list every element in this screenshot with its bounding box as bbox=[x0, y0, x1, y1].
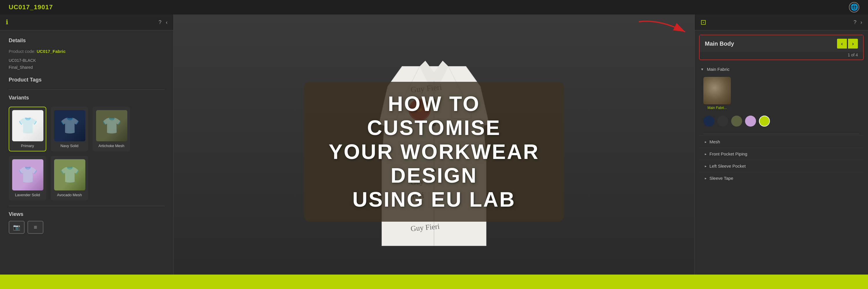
variant-thumb-avocado: 👕 bbox=[54, 159, 85, 190]
collapse-icon[interactable]: ‹ bbox=[166, 20, 167, 26]
nav-prev-btn[interactable]: ‹ bbox=[837, 39, 847, 48]
sub-section-sleeve-tape[interactable]: ▸ Sleeve Tape bbox=[699, 172, 864, 184]
sub-arrow-left-sleeve: ▸ bbox=[705, 164, 707, 168]
main-fabric-group-header[interactable]: ▼ Main Fabric bbox=[699, 65, 864, 74]
left-panel-header-right: ? ‹ bbox=[159, 20, 167, 26]
left-panel-header: ℹ ? ‹ bbox=[0, 14, 173, 30]
fabric-thumb-label: Main Fabri... bbox=[703, 106, 731, 110]
svg-point-2 bbox=[432, 122, 436, 126]
fabric-thumb-row: Main Fabri... bbox=[699, 74, 864, 114]
svg-point-3 bbox=[432, 145, 436, 149]
center-viewer: Guy Fieri Guy Fieri Guy Fieri GF HOW TO … bbox=[174, 14, 694, 289]
sub-arrow-front-pocket: ▸ bbox=[705, 152, 707, 156]
main-fabric-label: Main Fabric bbox=[707, 67, 730, 72]
variant-thumb-primary: 👕 bbox=[12, 110, 43, 141]
swatch-darkgray[interactable] bbox=[717, 116, 728, 127]
variants-label: Variants bbox=[9, 95, 165, 101]
left-panel: ℹ ? ‹ Details Product code: UC017_Fabric… bbox=[0, 14, 174, 289]
variant-name-artichoke: Artichoke Mesh bbox=[96, 144, 127, 148]
right-panel: ⊡ ? › Main Body ‹ › 1 of 4 ▼ Main Fabric bbox=[694, 14, 868, 289]
main-body-section: Main Body ‹ › 1 of 4 bbox=[699, 35, 864, 60]
product-tags-label: Product Tags bbox=[9, 77, 165, 83]
right-panel-header: ⊡ ? › bbox=[695, 14, 868, 30]
product-code-value: UC017_Fabric bbox=[37, 49, 66, 54]
views-buttons: 📷 ≡ bbox=[9, 221, 165, 234]
sub-section-left-sleeve[interactable]: ▸ Left Sleeve Pocket bbox=[699, 160, 864, 172]
fabric-thumbnail[interactable]: Main Fabri... bbox=[703, 77, 731, 110]
right-panel-icon: ⊡ bbox=[701, 18, 706, 26]
variant-navy[interactable]: 👕 Navy Solid bbox=[51, 107, 88, 151]
sub-label-mesh: Mesh bbox=[709, 139, 720, 144]
svg-text:Guy: Guy bbox=[410, 177, 424, 187]
top-bar: UC017_19017 🌐 bbox=[0, 0, 868, 14]
main-body-label: Main Body bbox=[705, 40, 734, 47]
swatch-lavender[interactable] bbox=[745, 116, 756, 127]
swatch-olive[interactable] bbox=[731, 116, 742, 127]
main-body-nav: ‹ › bbox=[837, 39, 858, 48]
sub-label-left-sleeve: Left Sleeve Pocket bbox=[709, 164, 746, 169]
product-code-label: Product code: UC017_Fabric bbox=[9, 49, 165, 54]
fabric-group-arrow: ▼ bbox=[701, 67, 704, 71]
nav-next-btn[interactable]: › bbox=[848, 39, 858, 48]
variants-grid: 👕 Primary 👕 Navy Solid 👕 Artichoke Mesh bbox=[9, 107, 165, 201]
variant-thumb-artichoke: 👕 bbox=[96, 110, 127, 141]
variant-name-avocado: Avocado Mesh bbox=[54, 193, 85, 197]
variant-thumb-lavender: 👕 bbox=[12, 159, 43, 190]
variant-artichoke[interactable]: 👕 Artichoke Mesh bbox=[93, 107, 130, 151]
swatch-navy[interactable] bbox=[703, 116, 714, 127]
views-label: Views bbox=[9, 211, 165, 217]
swatch-lime[interactable] bbox=[759, 116, 770, 127]
sub-arrow-sleeve-tape: ▸ bbox=[705, 176, 707, 180]
svg-text:Fieri: Fieri bbox=[407, 190, 425, 201]
svg-point-1 bbox=[432, 99, 436, 103]
right-help-icon[interactable]: ? bbox=[854, 20, 857, 26]
variant-name-navy: Navy Solid bbox=[54, 144, 85, 148]
variant-name-primary: Primary bbox=[12, 144, 43, 148]
sub-section-mesh[interactable]: ▸ Mesh bbox=[699, 136, 864, 148]
main-fabric-group: ▼ Main Fabric Main Fabri... bbox=[699, 65, 864, 131]
sub-label-sleeve-tape: Sleeve Tape bbox=[709, 176, 733, 181]
variant-avocado[interactable]: 👕 Avocado Mesh bbox=[51, 156, 88, 201]
right-expand-icon[interactable]: › bbox=[861, 20, 862, 26]
sub-section-front-pocket[interactable]: ▸ Front Pocket Piping bbox=[699, 148, 864, 160]
sub-arrow-mesh: ▸ bbox=[705, 140, 707, 144]
sub-label-front-pocket: Front Pocket Piping bbox=[709, 151, 747, 156]
right-header-right: ? › bbox=[854, 20, 862, 26]
fabric-thumb-image bbox=[703, 77, 731, 104]
variant-codes: UC017-BLACKFinal_Shared bbox=[9, 57, 165, 71]
svg-point-4 bbox=[432, 169, 436, 173]
info-icon: ℹ bbox=[6, 19, 8, 26]
divider-1 bbox=[9, 89, 165, 89]
page-counter: 1 of 4 bbox=[700, 52, 863, 60]
app-title: UC017_19017 bbox=[9, 3, 53, 11]
globe-icon[interactable]: 🌐 bbox=[849, 2, 859, 12]
svg-text:GF: GF bbox=[416, 108, 423, 112]
fabric-section: ▼ Main Fabric Main Fabri... ▸ Mesh bbox=[695, 65, 868, 184]
main-body-header: Main Body ‹ › bbox=[700, 35, 863, 52]
list-view-btn[interactable]: ≡ bbox=[28, 221, 43, 234]
variant-lavender[interactable]: 👕 Lavender Solid bbox=[9, 156, 46, 201]
help-icon[interactable]: ? bbox=[159, 20, 161, 26]
color-swatches bbox=[699, 114, 864, 131]
variant-name-lavender: Lavender Solid bbox=[12, 193, 43, 197]
camera-view-btn[interactable]: 📷 bbox=[9, 221, 25, 234]
bottom-bar bbox=[0, 275, 868, 289]
variant-primary[interactable]: 👕 Primary bbox=[9, 107, 46, 151]
right-divider-1 bbox=[703, 134, 859, 134]
variant-thumb-navy: 👕 bbox=[54, 110, 85, 141]
left-panel-content: Details Product code: UC017_Fabric UC017… bbox=[0, 30, 173, 241]
chef-coat-svg: Guy Fieri Guy Fieri Guy Fieri GF bbox=[373, 43, 495, 260]
details-label: Details bbox=[9, 38, 165, 44]
